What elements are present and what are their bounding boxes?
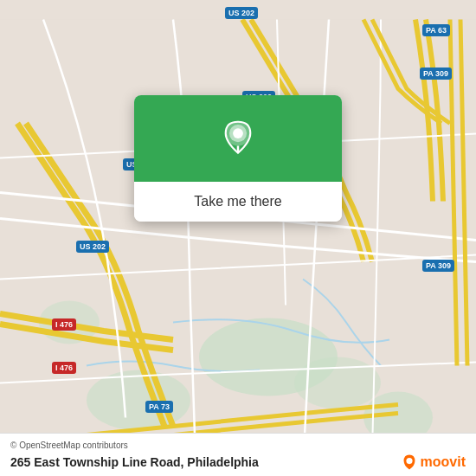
route-badge-pa309-right: PA 309 — [422, 260, 454, 272]
moovit-logo: moovit — [401, 453, 466, 471]
route-badge-us202-left: US 202 — [76, 241, 109, 253]
address-text: 265 East Township Line Road, Philadelphi… — [10, 455, 259, 469]
route-badge-pa63: PA 63 — [422, 24, 450, 36]
popup-card: Take me there — [134, 95, 342, 222]
map-svg — [0, 0, 476, 476]
popup-green-area — [134, 95, 342, 182]
route-badge-i476-left: I 476 — [52, 318, 76, 331]
location-pin-icon — [220, 120, 256, 157]
moovit-pin-icon — [401, 453, 418, 471]
svg-point-9 — [406, 458, 412, 464]
attribution-text: © OpenStreetMap contributors — [10, 441, 466, 450]
address-row: 265 East Township Line Road, Philadelphi… — [10, 453, 466, 471]
route-badge-pa309: PA 309 — [420, 68, 452, 80]
bottom-bar: © OpenStreetMap contributors 265 East To… — [0, 433, 476, 476]
svg-point-8 — [233, 128, 243, 138]
route-badge-pa73: PA 73 — [145, 401, 173, 413]
route-badge-i476-left2: I 476 — [52, 362, 76, 374]
route-badge-us202-top: US 202 — [225, 7, 258, 19]
svg-point-2 — [87, 370, 190, 431]
moovit-brand-text: moovit — [421, 454, 466, 470]
take-me-there-button[interactable]: Take me there — [134, 182, 342, 222]
map-container: US 202PA 63PA 309US 202US 2US 202PA 309I… — [0, 0, 476, 476]
